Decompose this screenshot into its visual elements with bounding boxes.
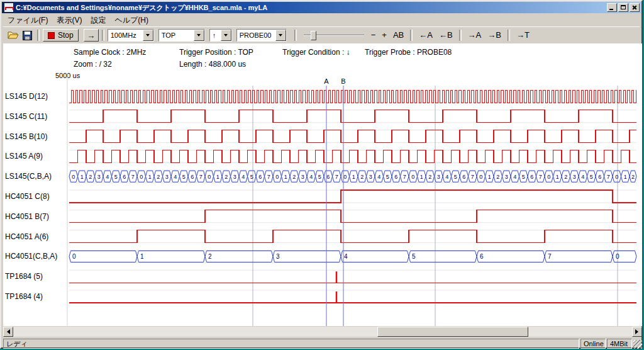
resize-grip[interactable]: [633, 340, 642, 349]
open-folder-icon: [8, 31, 19, 40]
goto-cursor-a-left-button[interactable]: ←A: [416, 29, 436, 42]
grid-interval-label: 5000 us: [55, 72, 80, 79]
maximize-button[interactable]: [618, 3, 628, 12]
trigger-edge-value: ↑: [213, 31, 219, 39]
title-bar[interactable]: C:¥Documents and Settings¥noname¥デスクトップ¥…: [2, 2, 641, 13]
trigger-probe-info: Trigger Probe : PROBE08: [365, 48, 452, 57]
toolbar-separator: [508, 30, 510, 41]
save-file-button[interactable]: [20, 29, 34, 42]
zoom-in-button[interactable]: +: [379, 29, 390, 42]
stop-icon: [48, 32, 55, 39]
status-memory: 4MBit: [607, 339, 632, 349]
menu-settings[interactable]: 設定: [86, 14, 110, 26]
zoom-out-button[interactable]: −: [368, 29, 379, 42]
menu-file[interactable]: ファイル(F): [3, 14, 52, 26]
goto-cursor-b-left-button[interactable]: ←B: [436, 29, 456, 42]
toolbar-separator: [294, 30, 297, 41]
app-window: C:¥Documents and Settings¥noname¥デスクトップ¥…: [0, 0, 643, 349]
open-file-button[interactable]: [6, 29, 20, 42]
trigger-probe-combo[interactable]: PROBE00: [236, 29, 287, 42]
scroll-right-button[interactable]: [632, 327, 642, 337]
sample-clock-combo[interactable]: 100MHz: [108, 29, 154, 42]
sample-clock-value: 100MHz: [111, 31, 142, 39]
menu-help[interactable]: ヘルプ(H): [110, 14, 153, 26]
chevron-down-icon[interactable]: [143, 30, 153, 41]
status-bar: レディ Online 4MBit: [3, 339, 642, 349]
trigger-position-combo[interactable]: TOP: [158, 29, 205, 42]
length-info: Length : 488.000 us: [179, 60, 246, 69]
stop-label: Stop: [58, 31, 74, 40]
chevron-down-icon[interactable]: [221, 30, 231, 41]
scrollbar-thumb[interactable]: [377, 327, 528, 337]
chevron-down-icon[interactable]: [194, 30, 204, 41]
zoom-ab-button[interactable]: AB: [390, 29, 407, 42]
status-online: Online: [580, 339, 606, 349]
toolbar-separator: [459, 30, 462, 41]
goto-trigger-button[interactable]: →T: [513, 29, 533, 42]
toolbar-separator: [37, 30, 40, 41]
toolbar-separator: [102, 30, 104, 41]
chevron-down-icon[interactable]: [275, 30, 286, 41]
app-icon: [4, 3, 14, 13]
status-ready: レディ: [3, 339, 579, 349]
goto-cursor-b-right-button[interactable]: →B: [484, 29, 504, 42]
run-arrow-icon: →: [87, 31, 95, 40]
trigger-condition-info: Trigger Condition : ↓: [282, 48, 350, 57]
goto-cursor-a-right-button[interactable]: →A: [465, 29, 485, 42]
menu-view[interactable]: 表示(V): [52, 14, 86, 26]
waveform-area: Sample Clock : 2MHz Trigger Position : T…: [3, 43, 642, 326]
toolbar: Stop → 100MHz TOP ↑ PROBE00: [3, 26, 640, 44]
scroll-left-button[interactable]: [3, 327, 13, 337]
zoom-slider[interactable]: [304, 30, 364, 41]
run-button[interactable]: →: [84, 29, 99, 42]
trigger-position-info: Trigger Position : TOP: [179, 48, 253, 57]
trigger-edge-combo[interactable]: ↑: [209, 29, 232, 42]
sample-clock-info: Sample Clock : 2MHz: [74, 48, 146, 57]
minimize-button[interactable]: [607, 3, 617, 12]
floppy-icon: [23, 31, 32, 40]
close-button[interactable]: [630, 3, 640, 12]
trigger-probe-value: PROBE00: [240, 31, 274, 39]
toolbar-separator: [410, 30, 413, 41]
zoom-slider-thumb[interactable]: [311, 31, 316, 40]
menu-bar: ファイル(F) 表示(V) 設定 ヘルプ(H): [3, 14, 640, 26]
stop-button[interactable]: Stop: [43, 29, 79, 42]
trigger-position-value: TOP: [162, 31, 192, 39]
zoom-info: Zoom : / 32: [74, 60, 112, 69]
desktop: C:¥Documents and Settings¥noname¥デスクトップ¥…: [0, 0, 644, 350]
window-title: C:¥Documents and Settings¥noname¥デスクトップ¥…: [16, 3, 604, 13]
horizontal-scrollbar[interactable]: [3, 327, 642, 337]
